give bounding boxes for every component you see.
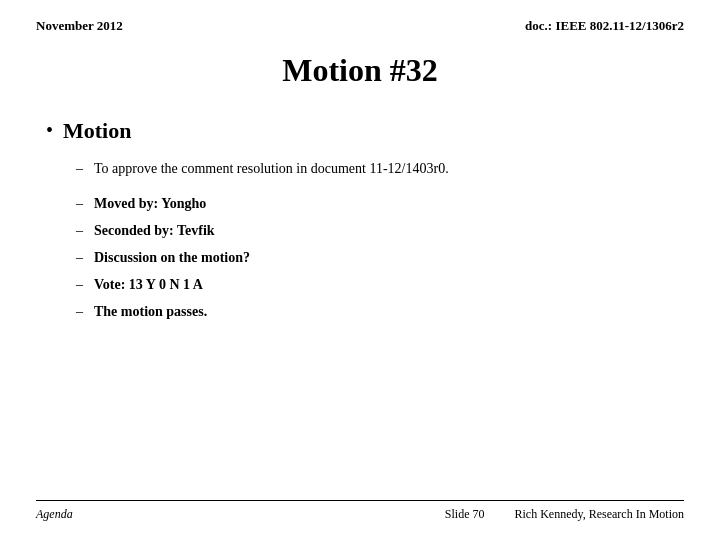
dash-icon: – bbox=[76, 193, 86, 214]
list-item: – The motion passes. bbox=[76, 301, 684, 322]
dash-icon: – bbox=[76, 301, 86, 322]
sub-item-text: Vote: 13 Y 0 N 1 A bbox=[94, 274, 203, 295]
header-date: November 2012 bbox=[36, 18, 123, 34]
footer-label: Agenda bbox=[36, 507, 73, 522]
dash-icon: – bbox=[76, 158, 86, 179]
sub-item-text: Moved by: Yongho bbox=[94, 193, 206, 214]
dash-icon: – bbox=[76, 274, 86, 295]
bullet-main: • Motion bbox=[46, 117, 684, 146]
content-section: • Motion – To approve the comment resolu… bbox=[36, 117, 684, 500]
list-item: – Vote: 13 Y 0 N 1 A bbox=[76, 274, 684, 295]
list-item: – Moved by: Yongho bbox=[76, 193, 684, 214]
sub-item-text: Seconded by: Tevfik bbox=[94, 220, 215, 241]
list-item: – To approve the comment resolution in d… bbox=[76, 158, 684, 179]
sub-item-text: Discussion on the motion? bbox=[94, 247, 250, 268]
footer-right: Slide 70 Rich Kennedy, Research In Motio… bbox=[445, 507, 684, 522]
list-item: – Discussion on the motion? bbox=[76, 247, 684, 268]
footer: Agenda Slide 70 Rich Kennedy, Research I… bbox=[36, 500, 684, 522]
slide-container: November 2012 doc.: IEEE 802.11-12/1306r… bbox=[0, 0, 720, 540]
header-doc: doc.: IEEE 802.11-12/1306r2 bbox=[525, 18, 684, 34]
main-title: Motion #32 bbox=[36, 52, 684, 89]
list-item: – Seconded by: Tevfik bbox=[76, 220, 684, 241]
title-section: Motion #32 bbox=[36, 52, 684, 89]
bullet-main-text: Motion bbox=[63, 117, 131, 146]
sub-item-text: The motion passes. bbox=[94, 301, 207, 322]
dash-icon: – bbox=[76, 220, 86, 241]
sub-items-list: – To approve the comment resolution in d… bbox=[46, 158, 684, 322]
sub-item-text: To approve the comment resolution in doc… bbox=[94, 158, 449, 179]
bullet-dot: • bbox=[46, 117, 53, 143]
footer-author: Rich Kennedy, Research In Motion bbox=[514, 507, 684, 522]
header: November 2012 doc.: IEEE 802.11-12/1306r… bbox=[36, 18, 684, 34]
footer-slide: Slide 70 bbox=[445, 507, 485, 522]
dash-icon: – bbox=[76, 247, 86, 268]
